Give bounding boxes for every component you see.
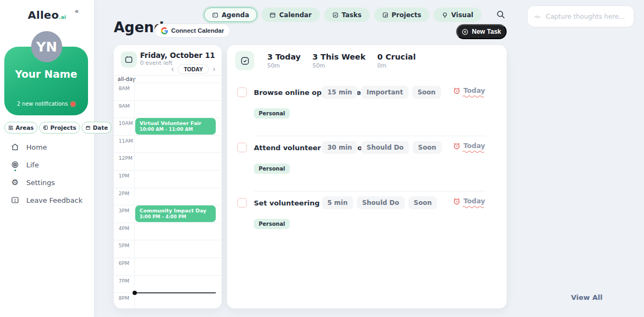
projects-icon [382,12,389,18]
tab-tasks[interactable]: Tasks [324,8,370,22]
hour-row[interactable]: 8AM [114,83,222,100]
feedback-icon [11,196,19,204]
hour-row[interactable]: 5PM [114,240,222,257]
calendar-icon [269,12,276,18]
hour-row[interactable]: 7PM [114,275,222,293]
connect-calendar-button[interactable]: Connect Calendar [155,24,230,38]
calendar-grid: all-day 8AM 9AM 10AM 11AM 12PM 1PM 2PM 3… [114,75,222,308]
task-tag[interactable]: Personal [254,219,290,229]
avatar[interactable]: YN [31,31,62,62]
calendar-event[interactable]: Community Impact Day 3:00 PM - 4:00 PM [135,205,216,222]
main-tabs: Agenda Calendar Tasks Projects Visual [204,8,481,22]
current-time-line [135,292,216,293]
event-title: Community Impact Day [140,208,211,214]
tab-agenda[interactable]: Agenda [204,8,257,22]
grid-divider [134,75,135,308]
projects-icon [43,125,48,130]
nav-label: Home [26,143,47,151]
stat-sub: 50m [267,62,301,69]
alarm-icon [453,142,460,150]
filter-pill-date[interactable]: Date [82,122,112,134]
all-day-row: all-day [114,75,222,83]
stat-label: 0 Crucial [377,53,416,61]
timing-chip[interactable]: Soon [408,196,437,209]
new-task-label: New Task [472,28,501,35]
app-root: Alleo.ai « YN Your Name 2 new notificati… [0,0,644,317]
calendar-nav: ‹ TODAY › [170,64,217,74]
sidebar-item-life[interactable]: Life [11,159,91,171]
hour-row[interactable]: 2PM [114,188,222,205]
due-date[interactable]: Today [453,197,485,208]
task-tag[interactable]: Personal [254,164,290,174]
hour-row[interactable]: 9AM [114,100,222,118]
duration-chip[interactable]: 5 min [322,196,353,209]
sidebar-item-leave-feedback[interactable]: Leave Feedback [11,194,91,206]
hour-row[interactable]: 4PM [114,223,222,240]
priority-chip[interactable]: Should Do [361,141,409,154]
tasks-list: Browse online opportunities 15 min Impor… [227,80,507,246]
visual-bulb-icon [442,12,448,18]
tab-label: Projects [392,11,421,19]
event-time: 3:00 PM - 4:00 PM [140,214,211,219]
duration-chip[interactable]: 30 min [322,141,357,154]
tab-visual[interactable]: Visual [434,8,481,22]
tab-label: Visual [451,11,473,19]
due-underline [463,150,484,153]
hour-row[interactable]: 12PM [114,152,222,170]
duration-chip[interactable]: 15 min [322,86,357,99]
tasks-icon [332,12,339,18]
hour-row[interactable]: 1PM [114,170,222,188]
task-chips: 15 min Important Soon [322,86,441,99]
user-name: Your Name [4,68,88,80]
notifications-link[interactable]: 2 new notifications [4,101,88,107]
timing-chip[interactable]: Soon [412,86,441,99]
due-label: Today [463,86,485,94]
timing-chip[interactable]: Soon [413,141,442,154]
next-day-icon[interactable]: › [211,65,217,73]
prev-day-icon[interactable]: ‹ [170,65,175,73]
notifications-label: 2 new notifications [17,101,68,107]
task-checkbox[interactable] [237,143,247,152]
task-checkbox[interactable] [237,198,247,208]
event-title: Virtual Volunteer Fair [140,120,211,127]
filter-pill-label: Date [93,124,108,131]
priority-chip[interactable]: Should Do [357,196,405,209]
today-button[interactable]: TODAY [178,64,209,74]
due-date[interactable]: Today [453,142,485,153]
calendar-date-title: Friday, October 11 [140,51,215,60]
stat-label: 3 Today [267,53,301,61]
hour-row[interactable]: 6PM [114,257,222,275]
task-checkbox[interactable] [237,87,247,97]
view-all-link[interactable]: View All [571,293,603,301]
task-chips: 5 min Should Do Soon [322,196,437,209]
sidebar-collapse-icon[interactable]: « [75,7,79,15]
alarm-icon [453,87,460,94]
task-tag[interactable]: Personal [254,108,290,119]
task-row: Browse online opportunities 15 min Impor… [227,80,507,136]
tab-label: Tasks [342,11,362,19]
calendar-day-panel: Friday, October 11 0 event left ‹ TODAY … [114,45,222,308]
filter-pill-areas[interactable]: Areas [4,122,38,134]
tab-label: Agenda [222,11,249,19]
capture-input[interactable] [546,13,627,20]
hour-row[interactable]: 11AM [114,135,222,153]
stat-sub: 50m [312,62,365,69]
tab-calendar[interactable]: Calendar [261,8,319,22]
capture-box [527,5,634,27]
filter-pill-projects[interactable]: Projects [39,122,80,134]
tasks-panel: 3 Today 50m 3 This Week 50m 0 Crucial 0m… [227,45,507,308]
filter-pill-label: Areas [16,124,34,131]
nav-label: Settings [26,179,55,187]
event-time: 10:00 AM - 11:00 AM [140,127,211,132]
hour-row[interactable]: 8PM [114,292,222,308]
calendar-event[interactable]: Virtual Volunteer Fair 10:00 AM - 11:00 … [135,118,216,135]
due-date[interactable]: Today [453,86,485,98]
new-task-button[interactable]: New Task [456,24,507,39]
sidebar-item-settings[interactable]: ⚙ Settings [11,176,91,188]
priority-chip[interactable]: Important [361,86,408,99]
search-icon[interactable] [496,10,507,20]
filter-pill-label: Projects [50,124,76,131]
tab-projects[interactable]: Projects [374,8,429,22]
sidebar-item-home[interactable]: Home [11,141,91,153]
areas-icon [8,125,13,130]
